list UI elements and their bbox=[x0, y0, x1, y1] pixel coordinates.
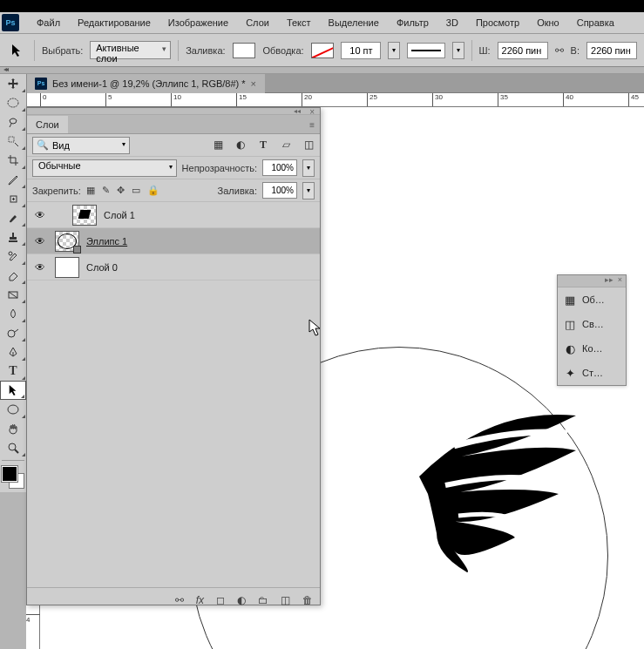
shape-tool[interactable] bbox=[0, 400, 26, 419]
foreground-color[interactable] bbox=[2, 466, 17, 482]
menu-edit[interactable]: Редактирование bbox=[69, 14, 159, 31]
filter-type-icon[interactable]: T bbox=[257, 139, 269, 152]
width-input[interactable] bbox=[498, 42, 548, 59]
layer-filter-row: 🔍 Вид ▦ ◐ T ▱ ◫ bbox=[27, 134, 320, 157]
layers-tab[interactable]: Слои bbox=[27, 116, 68, 133]
opacity-label: Непрозрачность: bbox=[182, 163, 257, 173]
close-tab-icon[interactable]: × bbox=[251, 78, 256, 89]
lock-transparency-icon[interactable]: ▦ bbox=[86, 185, 95, 196]
rp-item-adjustments[interactable]: ◐ Ко… bbox=[558, 336, 626, 361]
lock-position-icon[interactable]: ✥ bbox=[117, 185, 125, 196]
gradient-tool[interactable] bbox=[0, 285, 26, 304]
stroke-width-input[interactable] bbox=[341, 42, 381, 59]
filter-smart-icon[interactable]: ◫ bbox=[302, 139, 315, 152]
menu-type[interactable]: Текст bbox=[278, 14, 320, 31]
menu-view[interactable]: Просмотр bbox=[467, 14, 528, 31]
history-brush-tool[interactable] bbox=[0, 247, 26, 266]
brush-stroke-art bbox=[384, 398, 585, 581]
rp-item-samples[interactable]: ▦ Об… bbox=[558, 287, 626, 312]
layer-name[interactable]: Слой 0 bbox=[86, 262, 118, 273]
fx-icon[interactable]: fx bbox=[196, 594, 204, 606]
panel-menu-icon[interactable]: ≡ bbox=[309, 120, 315, 130]
menu-file[interactable]: Файл bbox=[28, 14, 69, 31]
fill-dropdown[interactable]: ▾ bbox=[302, 182, 315, 199]
zoom-tool[interactable] bbox=[0, 438, 26, 457]
filter-shape-icon[interactable]: ▱ bbox=[280, 139, 292, 152]
blur-tool[interactable] bbox=[0, 304, 26, 323]
menu-filter[interactable]: Фильтр bbox=[388, 14, 437, 31]
stroke-width-dropdown[interactable]: ▾ bbox=[388, 42, 399, 59]
new-layer-icon[interactable]: ◫ bbox=[281, 594, 290, 606]
layer-row[interactable]: 👁 Слой 0 bbox=[27, 254, 320, 281]
layer-name[interactable]: Слой 1 bbox=[104, 210, 135, 220]
stroke-style-preview[interactable] bbox=[407, 43, 445, 58]
path-select-tool[interactable] bbox=[0, 381, 26, 400]
healing-tool[interactable] bbox=[0, 189, 26, 208]
eyedropper-tool[interactable] bbox=[0, 170, 26, 189]
menu-3d[interactable]: 3D bbox=[437, 14, 467, 31]
adjustment-icon[interactable]: ◐ bbox=[237, 594, 246, 606]
visibility-eye-icon[interactable]: 👁 bbox=[32, 235, 48, 247]
ruler-horizontal[interactable]: 0 5 10 15 20 25 30 35 40 45 bbox=[26, 93, 644, 107]
path-select-tool-icon[interactable] bbox=[7, 40, 27, 61]
hand-tool[interactable] bbox=[0, 419, 26, 438]
lasso-tool[interactable] bbox=[0, 112, 26, 132]
mask-icon[interactable]: ◻ bbox=[216, 594, 225, 606]
lock-all-icon[interactable]: 🔒 bbox=[147, 185, 159, 196]
layer-thumbnail[interactable] bbox=[72, 205, 97, 226]
menu-image[interactable]: Изображение bbox=[159, 14, 237, 31]
rp-label: Св… bbox=[582, 319, 604, 329]
height-input[interactable] bbox=[586, 42, 637, 59]
trash-icon[interactable]: 🗑 bbox=[302, 594, 313, 606]
stroke-swatch-none[interactable] bbox=[311, 43, 335, 58]
lock-pixels-icon[interactable]: ✎ bbox=[102, 185, 110, 196]
color-swatches[interactable] bbox=[0, 464, 26, 492]
marquee-tool[interactable] bbox=[0, 93, 26, 112]
panel-collapse-icon[interactable]: ◂◂ bbox=[294, 107, 301, 115]
filter-pixel-icon[interactable]: ▦ bbox=[212, 139, 224, 152]
filter-kind-dropdown[interactable]: 🔍 Вид bbox=[32, 137, 130, 154]
filter-adjust-icon[interactable]: ◐ bbox=[234, 139, 247, 152]
lock-artboard-icon[interactable]: ▭ bbox=[132, 185, 140, 196]
menu-window[interactable]: Окно bbox=[528, 14, 568, 31]
eraser-tool[interactable] bbox=[0, 266, 26, 285]
layer-thumbnail[interactable] bbox=[55, 257, 79, 278]
rp-item-swatches[interactable]: ◫ Св… bbox=[558, 312, 626, 336]
layer-name[interactable]: Эллипс 1 bbox=[86, 236, 127, 247]
panel-drag-handle[interactable]: ◂◂ × bbox=[27, 108, 320, 115]
ruler-tick: 20 bbox=[302, 93, 312, 107]
select-layers-dropdown[interactable]: Активные слои bbox=[90, 41, 171, 59]
layer-row[interactable]: 👁 Слой 1 bbox=[27, 202, 320, 228]
blend-mode-dropdown[interactable]: Обычные bbox=[32, 159, 177, 177]
fill-opacity-input[interactable] bbox=[262, 182, 297, 199]
rp-item-styles[interactable]: ✦ Ст… bbox=[558, 361, 626, 385]
stroke-style-dropdown[interactable]: ▾ bbox=[452, 42, 464, 59]
dodge-tool[interactable] bbox=[0, 323, 26, 342]
width-label: Ш: bbox=[478, 45, 490, 56]
layer-row-selected[interactable]: 👁 Эллипс 1 bbox=[27, 228, 320, 254]
move-tool[interactable] bbox=[0, 74, 26, 93]
link-layers-icon[interactable]: ⚯ bbox=[175, 594, 184, 606]
toolbox: T bbox=[0, 74, 27, 492]
menu-layer[interactable]: Слои bbox=[237, 14, 278, 31]
brush-tool[interactable] bbox=[0, 208, 26, 227]
stamp-tool[interactable] bbox=[0, 227, 26, 247]
menu-select[interactable]: Выделение bbox=[320, 14, 388, 31]
link-chain-icon[interactable]: ⚯ bbox=[555, 44, 564, 57]
group-icon[interactable]: 🗀 bbox=[258, 594, 268, 606]
pen-tool[interactable] bbox=[0, 342, 26, 362]
opacity-input[interactable] bbox=[262, 159, 297, 176]
menu-help[interactable]: Справка bbox=[568, 14, 623, 31]
document-tab[interactable]: Ps Без имени-1 @ 19,2% (Эллипс 1, RGB/8#… bbox=[26, 74, 265, 93]
wand-tool[interactable] bbox=[0, 132, 26, 151]
visibility-eye-icon[interactable]: 👁 bbox=[32, 209, 48, 221]
visibility-eye-icon[interactable]: 👁 bbox=[32, 261, 48, 274]
divider bbox=[178, 40, 179, 61]
layer-thumbnail[interactable] bbox=[55, 231, 79, 252]
fill-swatch[interactable] bbox=[233, 43, 256, 58]
type-tool[interactable]: T bbox=[0, 362, 26, 381]
crop-tool[interactable] bbox=[0, 151, 26, 170]
opacity-dropdown[interactable]: ▾ bbox=[302, 159, 315, 177]
right-panel-header[interactable]: ▸▸ × bbox=[558, 275, 626, 287]
ruler-tick: 0 bbox=[40, 93, 46, 107]
